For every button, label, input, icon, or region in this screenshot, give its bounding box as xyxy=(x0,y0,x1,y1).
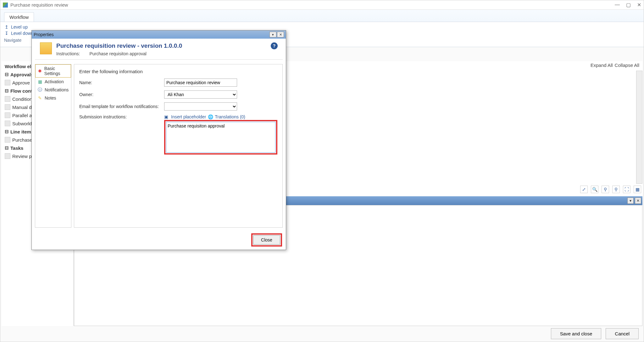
grid-icon[interactable]: ▦ xyxy=(634,186,641,193)
main-titlebar: Purchase requisition review — ▢ ✕ xyxy=(0,0,644,10)
collapse-icon[interactable]: ⊟ xyxy=(5,88,8,94)
dialog-dropdown-icon[interactable]: ▾ xyxy=(269,32,276,37)
tab-workflow[interactable]: Workflow xyxy=(4,12,34,22)
zoom-100-icon[interactable]: ⚲ xyxy=(602,186,609,193)
dialog-header: Purchase requisition review - version 1.… xyxy=(35,39,283,60)
vertical-scrollbar[interactable] xyxy=(636,71,642,184)
collapse-icon[interactable]: ⊟ xyxy=(5,145,8,151)
fit-icon[interactable]: ⤢ xyxy=(580,186,588,193)
workflow-type-icon xyxy=(40,42,52,54)
info-icon: ⓘ xyxy=(37,87,43,93)
instructions-highlight xyxy=(164,120,277,155)
help-icon[interactable]: ? xyxy=(271,42,278,49)
submission-instructions-label: Submission instructions: xyxy=(79,114,164,119)
level-up-icon: ↥ xyxy=(4,24,9,30)
zoom-toolbar: ⤢ 🔍 ⚲ ⚲ ⛶ ▦ xyxy=(580,186,641,193)
star-icon: ✱ xyxy=(37,68,42,74)
email-template-select[interactable] xyxy=(164,102,237,111)
save-and-close-button[interactable]: Save and close xyxy=(551,328,602,339)
zoom-out-icon[interactable]: ⚲ xyxy=(612,186,620,193)
collapse-icon[interactable]: ⊟ xyxy=(5,72,8,77)
name-input[interactable] xyxy=(164,79,237,87)
translations-link[interactable]: Translations (0) xyxy=(215,114,245,119)
app-icon xyxy=(3,3,8,8)
zoom-in-icon[interactable]: 🔍 xyxy=(591,186,598,193)
close-highlight: Close xyxy=(251,233,282,247)
instructions-value: Purchase requisiton approval xyxy=(89,51,146,56)
nav-activation[interactable]: ▦Activation xyxy=(35,78,71,86)
dialog-nav: ✱Basic Settings ▦Activation ⓘNotificatio… xyxy=(35,64,71,228)
approve-icon xyxy=(5,80,10,85)
conditional-icon xyxy=(5,96,10,102)
form-header: Enter the following information xyxy=(79,69,277,74)
close-button[interactable]: Close xyxy=(253,235,280,245)
level-down-icon: ↧ xyxy=(4,31,9,36)
nav-notifications[interactable]: ⓘNotifications xyxy=(35,86,71,94)
translations-icon: 🌐 xyxy=(208,114,213,119)
dialog-heading: Purchase requisition review - version 1.… xyxy=(56,42,182,49)
expand-icon[interactable]: ⛶ xyxy=(623,186,630,193)
close-window-button[interactable]: ✕ xyxy=(637,2,641,8)
nav-basic-settings[interactable]: ✱Basic Settings xyxy=(35,64,71,78)
dialog-titlebar[interactable]: Properties ▾ ✕ xyxy=(32,30,286,39)
owner-select[interactable]: Ali Khan xyxy=(164,90,237,99)
properties-dialog: Properties ▾ ✕ Purchase requisition revi… xyxy=(31,30,286,250)
insert-placeholder-icon: ▣ xyxy=(164,114,169,119)
dialog-form: Enter the following information Name: Ow… xyxy=(74,64,283,228)
level-up-button[interactable]: ↥ Level up xyxy=(4,24,640,30)
panel-dropdown-icon[interactable]: ▾ xyxy=(627,198,634,204)
owner-label: Owner: xyxy=(79,92,164,97)
nav-notes[interactable]: ✎Notes xyxy=(35,94,71,102)
submission-instructions-input[interactable] xyxy=(166,122,275,153)
collapse-all-button[interactable]: Collapse All xyxy=(615,62,639,68)
panel-close-icon[interactable]: ✕ xyxy=(635,198,641,204)
insert-placeholder-link[interactable]: Insert placeholder xyxy=(171,114,206,119)
collapse-icon[interactable]: ⊟ xyxy=(5,129,8,134)
expand-all-button[interactable]: Expand All xyxy=(591,62,613,68)
email-template-label: Email template for workflow notification… xyxy=(79,104,164,109)
purchase-icon xyxy=(5,137,10,143)
review-icon xyxy=(5,153,10,159)
activation-icon: ▦ xyxy=(37,79,43,84)
name-label: Name: xyxy=(79,80,164,85)
minimize-button[interactable]: — xyxy=(615,2,620,8)
notes-icon: ✎ xyxy=(37,95,43,101)
dialog-title: Properties xyxy=(34,32,54,37)
maximize-button[interactable]: ▢ xyxy=(626,2,631,8)
manual-icon xyxy=(5,104,10,110)
dialog-close-icon[interactable]: ✕ xyxy=(277,32,284,37)
parallel-icon xyxy=(5,112,10,118)
window-title: Purchase requisition review xyxy=(10,2,68,8)
instructions-label: Instructions: xyxy=(56,51,80,56)
cancel-button[interactable]: Cancel xyxy=(606,328,639,339)
subworkflow-icon xyxy=(5,121,10,126)
